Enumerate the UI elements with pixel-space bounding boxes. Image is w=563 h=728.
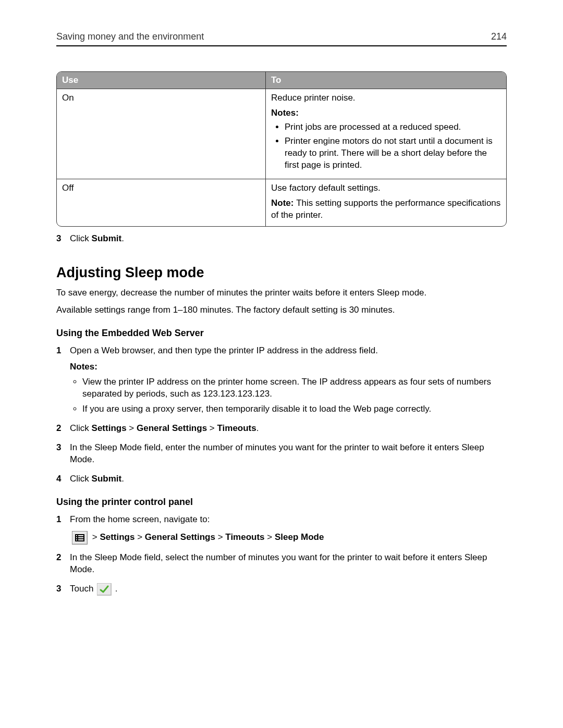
page-number: 214 — [491, 31, 507, 42]
gt: > — [134, 532, 144, 542]
gt: > — [92, 532, 100, 542]
period: . — [115, 584, 118, 594]
gt: > — [265, 532, 275, 542]
notes-label: Notes: — [70, 361, 507, 373]
nav-settings: Settings — [92, 423, 127, 433]
note-line: Note: This setting supports the performa… — [271, 198, 501, 221]
menu-icon — [72, 531, 88, 545]
svg-rect-1 — [76, 535, 77, 536]
nav-path-line: > Settings > General Settings > Timeouts… — [70, 531, 507, 545]
running-header: Saving money and the environment 214 — [56, 31, 507, 46]
note-bullet: Printer engine motors do not start until… — [285, 135, 501, 171]
svg-rect-2 — [78, 535, 83, 536]
paragraph: Available settings range from 1–180 minu… — [56, 304, 507, 316]
note-prefix: Note: — [271, 198, 296, 208]
step-text: From the home screen, navigate to: — [70, 514, 210, 524]
nav-timeouts: Timeouts — [217, 423, 256, 433]
nav-settings: Settings — [100, 532, 134, 542]
heading-ews: Using the Embedded Web Server — [56, 328, 507, 339]
table-header-to: To — [266, 72, 506, 89]
heading-adjusting-sleep-mode: Adjusting Sleep mode — [56, 265, 507, 281]
to-lead-text: Use factory default settings. — [271, 182, 501, 194]
svg-rect-4 — [78, 537, 83, 538]
table-header-use: Use — [57, 72, 266, 89]
panel-step-2: In the Sleep Mode field, select the numb… — [56, 552, 507, 576]
period: . — [256, 423, 259, 433]
svg-rect-3 — [76, 537, 77, 538]
checkmark-icon — [97, 583, 112, 596]
notes-label: Notes: — [271, 107, 501, 119]
svg-rect-5 — [76, 539, 77, 540]
document-page: Saving money and the environment 214 Use… — [0, 0, 563, 728]
cell-to-on: Reduce printer noise. Notes: Print jobs … — [266, 89, 506, 179]
cell-use-off: Off — [57, 179, 266, 227]
step-3-click-submit: Click Submit. — [56, 233, 507, 245]
note-rest: This setting supports the performance sp… — [271, 198, 500, 220]
ews-step-2: Click Settings > General Settings > Time… — [56, 423, 507, 435]
step-text: Click — [70, 474, 92, 484]
step-text: Open a Web browser, and then type the pr… — [70, 346, 378, 355]
ews-step-3: In the Sleep Mode field, enter the numbe… — [56, 442, 507, 466]
svg-rect-6 — [78, 539, 83, 540]
settings-table: Use To On Reduce printer noise. Notes: P… — [56, 71, 507, 227]
nav-timeouts: Timeouts — [225, 532, 264, 542]
section-title: Saving money and the environment — [56, 31, 204, 42]
paragraph: To save energy, decrease the number of m… — [56, 287, 507, 299]
to-lead-text: Reduce printer noise. — [271, 92, 501, 104]
table-row: On Reduce printer noise. Notes: Print jo… — [57, 89, 506, 179]
nav-general-settings: General Settings — [137, 423, 207, 433]
nav-sleep-mode: Sleep Mode — [275, 532, 324, 542]
step-prefix: Click — [70, 423, 92, 433]
note-bullet: View the printer IP address on the print… — [82, 376, 507, 400]
table-row: Off Use factory default settings. Note: … — [57, 179, 506, 227]
step-prefix: Touch — [70, 584, 96, 594]
cell-use-on: On — [57, 89, 266, 179]
panel-step-3: Touch . — [56, 583, 507, 596]
panel-step-1: From the home screen, navigate to: > Set… — [56, 514, 507, 545]
gt: > — [127, 423, 137, 433]
ews-step-1: Open a Web browser, and then type the pr… — [56, 345, 507, 415]
heading-control-panel: Using the printer control panel — [56, 497, 507, 508]
nav-general-settings: General Settings — [145, 532, 215, 542]
note-bullet: Print jobs are processed at a reduced sp… — [285, 121, 501, 133]
ews-step-4: Click Submit. — [56, 473, 507, 485]
cell-to-off: Use factory default settings. Note: This… — [266, 179, 506, 227]
step-text: Click — [70, 233, 92, 243]
note-bullet: If you are using a proxy server, then te… — [82, 403, 507, 415]
submit-label: Submit — [92, 233, 122, 243]
gt: > — [207, 423, 217, 433]
submit-label: Submit — [92, 474, 122, 484]
gt: > — [215, 532, 225, 542]
period: . — [121, 474, 124, 484]
period: . — [121, 233, 124, 243]
